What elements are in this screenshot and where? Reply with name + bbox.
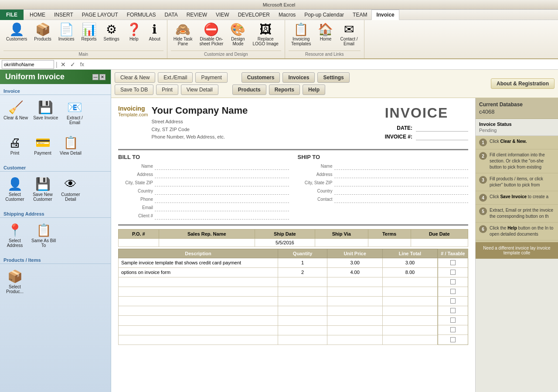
- bill-phone-field[interactable]: [155, 196, 289, 203]
- ribbon-contact-email[interactable]: ✉ Contact /Email: [337, 22, 360, 48]
- ribbon-disable-picker[interactable]: ⛔ Disable On-sheet Picker: [197, 22, 226, 48]
- po-cell-shipdate[interactable]: 5/5/2016: [255, 238, 315, 247]
- panel-close-button[interactable]: ✕: [99, 74, 105, 80]
- clear-new-button[interactable]: Clear & New: [115, 72, 155, 83]
- bill-address-field[interactable]: [155, 171, 289, 178]
- taxable-checkbox-4[interactable]: [450, 289, 456, 294]
- item-total-6[interactable]: [382, 306, 437, 316]
- item-qty-1[interactable]: 1: [278, 258, 327, 267]
- ribbon-replace-logo[interactable]: 🖼 ReplaceLOGO Image: [250, 22, 281, 48]
- taxable-checkbox-8[interactable]: [450, 327, 456, 332]
- taxable-checkbox-7[interactable]: [450, 318, 456, 323]
- save-new-customer-icon-btn[interactable]: 💾 Save NewCustomer: [30, 175, 56, 203]
- item-qty-3[interactable]: [278, 277, 327, 287]
- view-detail-icon-btn[interactable]: 📋 View Detail: [58, 134, 84, 157]
- ribbon-reports[interactable]: 📊 Reports: [79, 22, 99, 43]
- ribbon-hide-task-pane[interactable]: 🙈 Hide TaskPane: [171, 22, 195, 48]
- item-desc-4[interactable]: [119, 287, 278, 297]
- ext-email-button[interactable]: Ext./Email: [158, 72, 193, 83]
- item-unit-5[interactable]: [327, 297, 383, 306]
- select-customer-icon-btn[interactable]: 👤 SelectCustomer: [2, 175, 28, 203]
- item-desc-5[interactable]: [119, 297, 278, 306]
- taxable-checkbox-9[interactable]: [450, 337, 456, 342]
- file-menu[interactable]: FILE: [0, 10, 24, 20]
- confirm-formula-button[interactable]: ✓: [69, 61, 77, 68]
- item-unit-1[interactable]: 3.00: [327, 258, 383, 267]
- item-desc-6[interactable]: [119, 306, 278, 316]
- item-qty-6[interactable]: [278, 306, 327, 316]
- reports-nav-button[interactable]: Reports: [269, 84, 300, 95]
- item-total-4[interactable]: [382, 287, 437, 297]
- invoices-nav-button[interactable]: Invoices: [282, 72, 315, 83]
- item-total-9[interactable]: [382, 335, 437, 345]
- item-total-5[interactable]: [382, 297, 437, 306]
- po-cell-terms[interactable]: [368, 238, 411, 247]
- menu-page-layout[interactable]: PAGE LAYOUT: [78, 10, 122, 20]
- item-qty-7[interactable]: [278, 316, 327, 325]
- name-box[interactable]: [2, 60, 54, 69]
- menu-view[interactable]: VIEW: [211, 10, 234, 20]
- taxable-checkbox-1[interactable]: [450, 260, 456, 265]
- po-cell-po[interactable]: [119, 238, 159, 247]
- item-unit-7[interactable]: [327, 316, 383, 325]
- bill-client-field[interactable]: [155, 213, 289, 220]
- menu-invoice[interactable]: Invoice: [371, 10, 399, 20]
- item-desc-7[interactable]: [119, 316, 278, 325]
- po-cell-shipvia[interactable]: [315, 238, 368, 247]
- select-address-icon-btn[interactable]: 📍 SelectAddress: [2, 221, 28, 250]
- taxable-checkbox-3[interactable]: [450, 279, 456, 284]
- ribbon-about[interactable]: ℹ About: [146, 22, 163, 43]
- item-qty-5[interactable]: [278, 297, 327, 306]
- item-unit-9[interactable]: [327, 335, 383, 345]
- menu-team[interactable]: TEAM: [348, 10, 371, 20]
- item-qty-2[interactable]: 2: [278, 267, 327, 277]
- menu-home[interactable]: HOME: [25, 10, 50, 20]
- print-icon-btn[interactable]: 🖨 Print: [2, 134, 28, 157]
- item-unit-4[interactable]: [327, 287, 383, 297]
- ship-country-field[interactable]: [334, 188, 469, 195]
- menu-review[interactable]: REVIEW: [182, 10, 211, 20]
- taxable-checkbox-5[interactable]: [450, 298, 456, 304]
- same-as-bill-icon-btn[interactable]: 📋 Same As BillTo: [30, 221, 58, 250]
- po-cell-salesrep[interactable]: [159, 238, 255, 247]
- about-registration-button[interactable]: About & Registration: [491, 78, 555, 89]
- bill-city-field[interactable]: [155, 179, 289, 186]
- item-total-3[interactable]: [382, 277, 437, 287]
- ship-name-field[interactable]: [334, 163, 469, 170]
- view-detail-button[interactable]: View Detail: [181, 84, 218, 95]
- item-total-1[interactable]: 3.00: [382, 258, 437, 267]
- select-product-icon-btn[interactable]: 📦 SelectProduc...: [2, 267, 28, 296]
- bill-country-field[interactable]: [155, 188, 289, 195]
- menu-insert[interactable]: INSERT: [50, 10, 78, 20]
- help-nav-button[interactable]: Help: [303, 84, 325, 95]
- item-unit-3[interactable]: [327, 277, 383, 287]
- formula-input[interactable]: [88, 61, 556, 68]
- item-qty-8[interactable]: [278, 325, 327, 335]
- item-total-2[interactable]: 8.00: [382, 267, 437, 277]
- menu-calendar[interactable]: Pop-up Calendar: [300, 10, 348, 20]
- ship-address-field[interactable]: [334, 171, 469, 178]
- ship-city-field[interactable]: [334, 179, 469, 186]
- ribbon-settings[interactable]: ⚙ Settings: [101, 22, 122, 43]
- ribbon-invoicing-templates[interactable]: 📋 InvoicingTemplates: [289, 22, 314, 48]
- item-unit-8[interactable]: [327, 325, 383, 335]
- ribbon-products[interactable]: 📦 Products: [31, 22, 54, 43]
- item-desc-2[interactable]: options on invoice form: [119, 267, 278, 277]
- ribbon-help[interactable]: ❓ Help: [124, 22, 144, 43]
- bill-name-field[interactable]: [155, 163, 289, 170]
- ribbon-invoices[interactable]: 📄 Invoices: [56, 22, 77, 43]
- date-field[interactable]: [416, 125, 468, 132]
- item-total-8[interactable]: [382, 325, 437, 335]
- menu-developer[interactable]: DEVELOPER: [234, 10, 274, 20]
- settings-nav-button[interactable]: Settings: [317, 72, 349, 83]
- ribbon-design-mode[interactable]: 🎨 DesignMode: [228, 22, 248, 48]
- ribbon-customers[interactable]: 👤 Customers: [3, 22, 30, 43]
- ribbon-home[interactable]: 🏠 Home: [315, 22, 336, 43]
- taxable-checkbox-6[interactable]: [450, 308, 456, 313]
- po-cell-duedate[interactable]: [411, 238, 468, 247]
- taxable-checkbox-2[interactable]: [450, 270, 456, 275]
- item-total-7[interactable]: [382, 316, 437, 325]
- item-desc-8[interactable]: [119, 325, 278, 335]
- panel-minimize-button[interactable]: —: [92, 74, 99, 80]
- invoice-num-field[interactable]: [416, 133, 468, 140]
